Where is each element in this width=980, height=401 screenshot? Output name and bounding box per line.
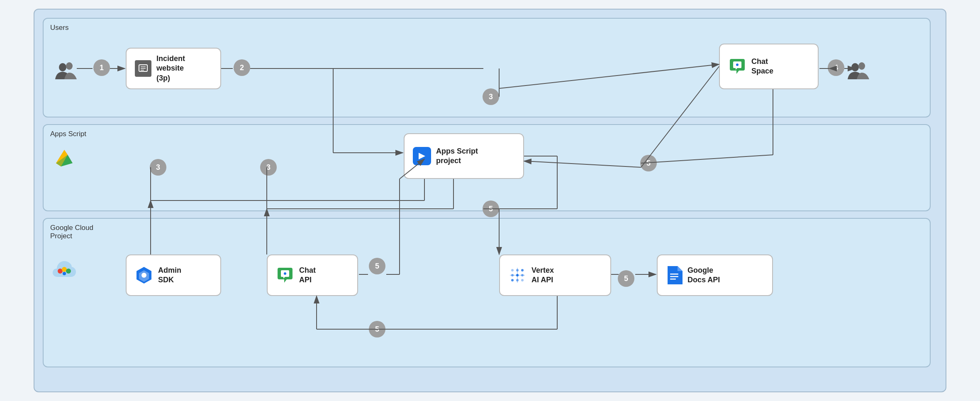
step-2-label: 2 xyxy=(240,64,244,72)
vertex-ai-label: Vertex AI API xyxy=(531,266,554,285)
step-5e-circle: 5 xyxy=(369,321,385,337)
step-3b-circle: 3 xyxy=(260,159,277,176)
svg-point-22 xyxy=(521,269,524,271)
google-docs-node: Google Docs API xyxy=(657,254,773,296)
chat-space-icon xyxy=(728,57,746,76)
step-3a-circle: 3 xyxy=(150,159,166,176)
step-3a-label: 3 xyxy=(156,163,160,172)
google-docs-icon xyxy=(666,266,683,284)
step-5d-circle: 5 xyxy=(618,270,634,287)
step-4-label: 4 xyxy=(834,64,838,72)
admin-sdk-node: Admin SDK xyxy=(126,254,221,296)
svg-rect-31 xyxy=(670,274,678,275)
diagram-wrapper: Users Apps Script Google CloudProject xyxy=(34,9,946,392)
svg-rect-33 xyxy=(670,279,676,280)
vertex-ai-node: Vertex AI API xyxy=(499,254,611,296)
svg-point-17 xyxy=(141,273,146,278)
step-1-label: 1 xyxy=(100,64,104,72)
svg-point-0 xyxy=(59,63,66,71)
appsscript-logo xyxy=(53,147,76,171)
svg-point-9 xyxy=(858,62,865,70)
lane-appsscript-label: Apps Script xyxy=(50,130,86,138)
chat-api-label: Chat API xyxy=(299,266,316,285)
incident-website-icon xyxy=(135,60,151,77)
lane-gcloud-label: Google CloudProject xyxy=(50,224,93,240)
vertex-ai-icon xyxy=(508,266,527,284)
svg-point-19 xyxy=(284,272,286,275)
diagram-container: Users Apps Script Google CloudProject xyxy=(43,18,939,383)
apps-script-project-node: Apps Script project xyxy=(404,133,524,179)
step-5c-circle: 5 xyxy=(640,155,657,171)
step-5e-label: 5 xyxy=(375,325,379,334)
incident-website-node: Incident website (3p) xyxy=(126,48,221,89)
svg-point-13 xyxy=(66,269,71,274)
step-3b-label: 3 xyxy=(266,163,271,172)
step-4-circle: 4 xyxy=(828,59,844,76)
svg-point-28 xyxy=(521,279,524,281)
step-3c-circle: 3 xyxy=(483,88,499,105)
incident-website-label: Incident website (3p) xyxy=(156,54,185,83)
step-5b-label: 5 xyxy=(489,205,493,213)
admin-sdk-icon xyxy=(135,266,153,284)
chat-api-node: Chat API xyxy=(267,254,358,296)
svg-rect-32 xyxy=(670,276,678,277)
google-docs-label: Google Docs API xyxy=(687,266,720,285)
svg-point-20 xyxy=(511,269,514,271)
step-1-circle: 1 xyxy=(93,59,110,76)
chat-api-icon xyxy=(276,266,294,284)
step-5c-label: 5 xyxy=(646,159,651,168)
svg-point-7 xyxy=(736,64,739,66)
step-3c-label: 3 xyxy=(489,93,493,101)
users-icon-left xyxy=(55,59,77,86)
apps-script-arrow-icon xyxy=(413,147,431,165)
svg-marker-10 xyxy=(419,153,425,159)
step-2-circle: 2 xyxy=(234,59,250,76)
step-5a-label: 5 xyxy=(375,262,379,271)
chat-space-label: ChatSpace xyxy=(751,57,773,76)
admin-sdk-label: Admin SDK xyxy=(158,266,181,285)
step-5b-circle: 5 xyxy=(483,200,499,217)
chat-space-node: ChatSpace xyxy=(719,44,819,89)
lane-users-label: Users xyxy=(50,24,68,32)
step-5a-circle: 5 xyxy=(369,258,385,274)
svg-point-14 xyxy=(63,272,66,275)
step-5d-label: 5 xyxy=(624,274,628,283)
svg-point-8 xyxy=(851,63,859,71)
svg-point-26 xyxy=(511,279,514,281)
users-icon-right xyxy=(848,59,869,83)
svg-point-1 xyxy=(66,62,73,70)
apps-script-project-label: Apps Script project xyxy=(436,147,478,166)
gcloud-logo xyxy=(51,259,78,282)
